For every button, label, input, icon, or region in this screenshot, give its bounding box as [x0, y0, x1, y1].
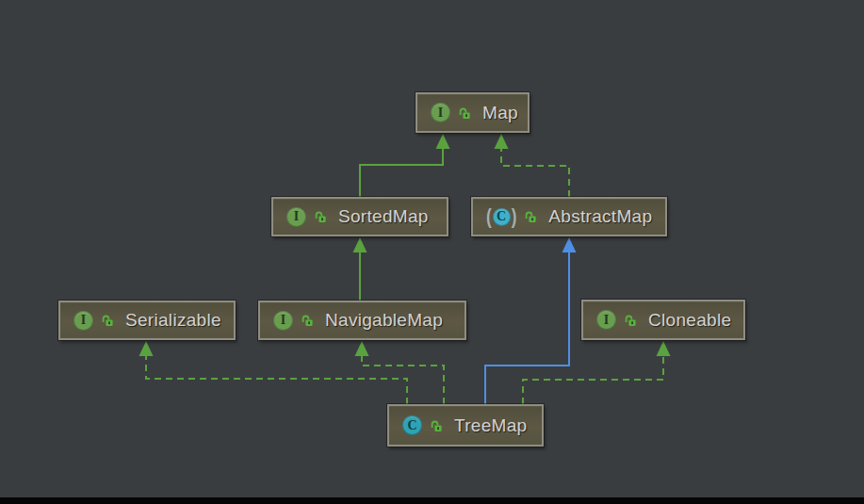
node-serializable[interactable]: ISerializable [58, 301, 236, 340]
edge-treemap-implements-navigablemap [355, 341, 445, 404]
abstract-class-letter: C [493, 208, 511, 226]
node-label: SortedMap [338, 206, 429, 227]
class-icon: C [402, 415, 422, 435]
arrowhead [562, 237, 577, 252]
public-lock-icon [458, 106, 471, 120]
public-lock-icon [524, 210, 537, 223]
public-lock-icon [624, 314, 637, 327]
node-cloneable[interactable]: ICloneable [581, 300, 745, 340]
interface-icon: I [286, 207, 306, 227]
paren-left: ( [486, 206, 492, 226]
node-label: Cloneable [648, 310, 731, 331]
paren-right: ) [512, 206, 517, 226]
arrowhead [353, 237, 367, 252]
edge-navigablemap-extends-sortedmap [353, 237, 367, 301]
interface-icon: I [596, 310, 616, 330]
bottom-bar [0, 497, 864, 504]
node-label: Map [482, 103, 518, 123]
arrowhead [495, 134, 509, 149]
interface-icon: I [73, 311, 93, 331]
edge-abstractmap-implements-map [495, 134, 570, 197]
node-label: Serializable [125, 310, 221, 331]
interface-icon: I [431, 103, 450, 122]
arrowhead [657, 341, 671, 356]
diagram-canvas: IMapISortedMap(C)AbstractMapISerializabl… [0, 0, 864, 504]
public-lock-icon [301, 314, 314, 327]
arrowhead [139, 341, 154, 356]
node-treemap[interactable]: CTreeMap [387, 404, 544, 447]
public-lock-icon [101, 314, 114, 327]
arrowhead [355, 341, 369, 356]
node-abstractmap[interactable]: (C)AbstractMap [471, 197, 667, 236]
node-label: AbstractMap [548, 206, 652, 227]
node-navigablemap[interactable]: INavigableMap [258, 301, 466, 340]
edge-treemap-implements-serializable [139, 341, 408, 404]
node-label: NavigableMap [325, 310, 443, 331]
interface-icon: I [273, 311, 293, 331]
node-map[interactable]: IMap [416, 92, 530, 133]
arrowhead [436, 134, 450, 149]
edge-treemap-extends-abstractmap [485, 237, 577, 404]
abstract-class-icon: (C) [486, 208, 516, 226]
public-lock-icon [430, 419, 443, 432]
edge-sortedmap-extends-map [360, 134, 450, 197]
node-sortedmap[interactable]: ISortedMap [271, 197, 448, 236]
node-label: TreeMap [454, 415, 527, 436]
edge-treemap-implements-cloneable [523, 341, 671, 404]
public-lock-icon [314, 210, 327, 223]
